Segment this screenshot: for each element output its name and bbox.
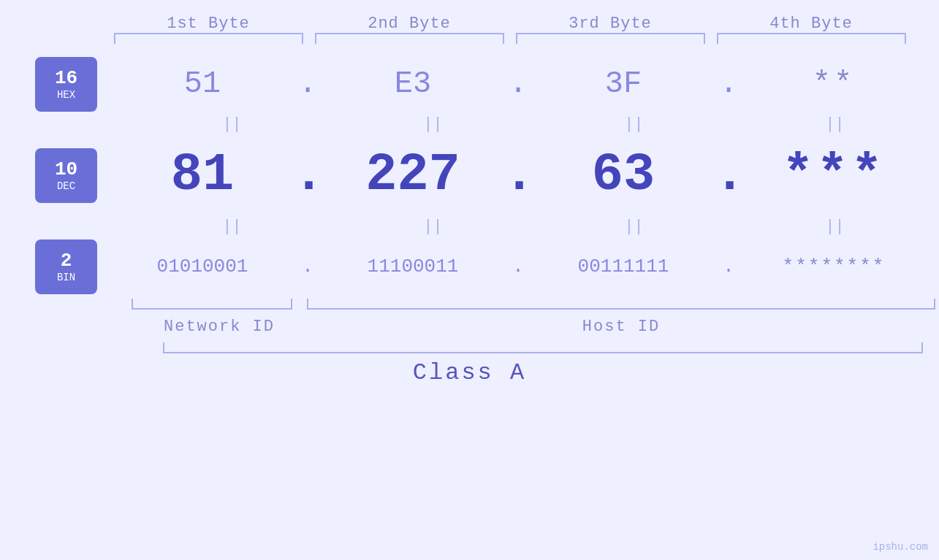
bin-values: 01010001 . 11100011 . 00111111 . *******…	[97, 256, 939, 277]
bottom-bracket-row	[132, 299, 935, 312]
hex-badge: 16 HEX	[35, 57, 97, 112]
watermark: ipshu.com	[873, 541, 928, 553]
byte-labels-row: 1st Byte 2nd Byte 3rd Byte 4th Byte	[108, 15, 912, 33]
bin-dot-1: .	[293, 256, 322, 277]
bin-val-2: 11100011	[322, 256, 503, 277]
hex-val-1: 51	[112, 66, 293, 101]
bracket-4	[717, 33, 906, 44]
bracket-2	[315, 33, 504, 44]
dec-badge-num: 10	[55, 158, 77, 180]
dec-dot-1: .	[293, 145, 322, 205]
hex-dot-1: .	[293, 66, 322, 101]
outer-bracket	[163, 342, 923, 353]
dec-val-4: ***	[743, 145, 924, 205]
bin-val-1: 01010001	[112, 256, 293, 277]
bin-val-4: ********	[743, 256, 924, 277]
eq1-2: ||	[332, 115, 533, 134]
class-label: Class A	[0, 359, 939, 386]
main-container: 1st Byte 2nd Byte 3rd Byte 4th Byte 16 H…	[0, 0, 939, 560]
eq2-4: ||	[734, 218, 935, 236]
eq1-4: ||	[734, 115, 935, 134]
dec-val-3: 63	[533, 145, 714, 205]
dec-badge: 10 DEC	[35, 148, 97, 203]
byte-label-1: 1st Byte	[108, 15, 309, 33]
hex-dot-3: .	[714, 66, 743, 101]
bracket-3	[516, 33, 705, 44]
eq1-1: ||	[132, 115, 332, 134]
network-id-label: Network ID	[132, 318, 307, 336]
bin-dot-3: .	[714, 256, 743, 277]
top-bracket-row	[108, 33, 912, 47]
hex-val-3: 3F	[533, 66, 714, 101]
equals-row-2: || || || ||	[132, 215, 935, 237]
dec-val-2: 227	[322, 145, 503, 205]
bracket-1	[114, 33, 303, 44]
byte-label-2: 2nd Byte	[309, 15, 510, 33]
network-bracket	[132, 299, 292, 310]
dec-row: 10 DEC 81 . 227 . 63 . ***	[0, 135, 939, 215]
hex-dot-2: .	[503, 66, 533, 101]
hex-row: 16 HEX 51 . E3 . 3F . **	[0, 55, 939, 113]
bin-dot-2: .	[503, 256, 533, 277]
equals-row-1: || || || ||	[132, 113, 935, 135]
bin-badge-label: BIN	[57, 272, 75, 283]
eq1-3: ||	[533, 115, 734, 134]
hex-badge-num: 16	[55, 67, 77, 89]
bin-badge: 2 BIN	[35, 239, 97, 294]
bin-row: 2 BIN 01010001 . 11100011 . 00111111 . *…	[0, 237, 939, 296]
hex-badge-label: HEX	[57, 89, 75, 101]
byte-label-4: 4th Byte	[711, 15, 912, 33]
hex-val-4: **	[743, 66, 924, 101]
eq2-2: ||	[332, 218, 533, 236]
dec-badge-label: DEC	[57, 180, 75, 192]
hex-val-2: E3	[322, 66, 503, 101]
id-labels-row: Network ID Host ID	[132, 312, 935, 341]
dec-values: 81 . 227 . 63 . ***	[97, 145, 939, 205]
dec-val-1: 81	[112, 145, 293, 205]
dec-dot-2: .	[503, 145, 533, 205]
byte-label-3: 3rd Byte	[510, 15, 711, 33]
host-id-label: Host ID	[307, 318, 935, 336]
bin-badge-num: 2	[61, 250, 72, 272]
eq2-3: ||	[533, 218, 734, 236]
hex-values: 51 . E3 . 3F . **	[97, 66, 939, 101]
host-bracket	[307, 299, 935, 310]
eq2-1: ||	[132, 218, 332, 236]
dec-dot-3: .	[714, 145, 743, 205]
bin-val-3: 00111111	[533, 256, 714, 277]
